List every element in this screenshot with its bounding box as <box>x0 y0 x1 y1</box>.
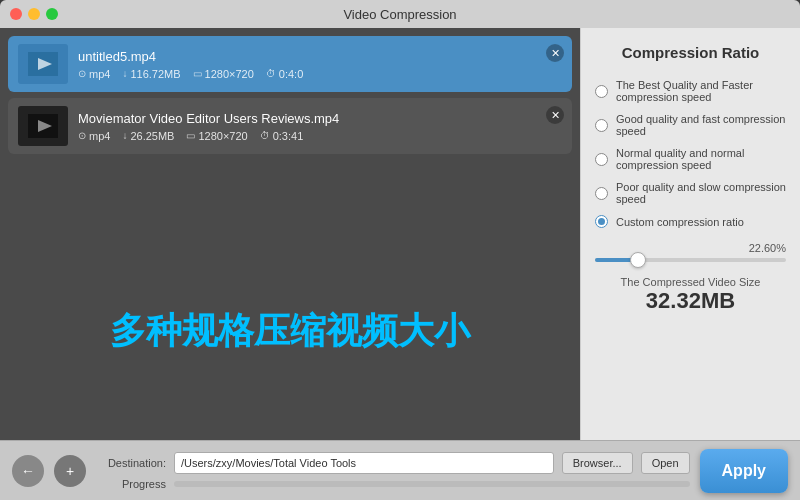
back-button[interactable]: ← <box>12 455 44 487</box>
slider-value-display: 22.60% <box>749 242 786 254</box>
titlebar: Video Compression <box>0 0 800 28</box>
file-format-1: ⊙ mp4 <box>78 68 110 80</box>
size-icon-1: ↓ <box>122 68 127 79</box>
format-icon-2: ⊙ <box>78 130 86 141</box>
file-list: untitled5.mp4 ⊙ mp4 ↓ 116.72MB ▭ 1280×72 <box>0 28 580 162</box>
radio-custom[interactable] <box>595 215 608 228</box>
res-icon-2: ▭ <box>186 130 195 141</box>
file-meta-1: ⊙ mp4 ↓ 116.72MB ▭ 1280×720 ⏱ <box>78 68 562 80</box>
compressed-size-area: The Compressed Video Size 32.32MB <box>595 276 786 314</box>
bottom-bar: ← + Destination: Browser... Open Progres… <box>0 440 800 500</box>
left-panel: untitled5.mp4 ⊙ mp4 ↓ 116.72MB ▭ 1280×72 <box>0 28 580 500</box>
file-size-1: ↓ 116.72MB <box>122 68 180 80</box>
file-thumbnail-1 <box>18 44 68 84</box>
file-duration-1: ⏱ 0:4:0 <box>266 68 303 80</box>
compression-option-poor[interactable]: Poor quality and slow compression speed <box>595 181 786 205</box>
slider-track[interactable] <box>595 258 786 262</box>
size-icon-2: ↓ <box>122 130 127 141</box>
file-item-1[interactable]: untitled5.mp4 ⊙ mp4 ↓ 116.72MB ▭ 1280×72 <box>8 36 572 92</box>
destination-input[interactable] <box>174 452 554 474</box>
res-icon-1: ▭ <box>193 68 202 79</box>
maximize-button[interactable] <box>46 8 58 20</box>
progress-track <box>174 481 690 487</box>
destination-row: Destination: Browser... Open <box>96 452 690 474</box>
compression-option-good[interactable]: Good quality and fast compression speed <box>595 113 786 137</box>
slider-container <box>595 258 786 262</box>
radio-good[interactable] <box>595 119 608 132</box>
compressed-size-value: 32.32MB <box>595 288 786 314</box>
slider-area: 22.60% <box>595 242 786 262</box>
close-button[interactable] <box>10 8 22 20</box>
compression-option-best[interactable]: The Best Quality and Faster compression … <box>595 79 786 103</box>
destination-area: Destination: Browser... Open Progress <box>96 452 690 490</box>
window-title: Video Compression <box>343 7 456 22</box>
browser-button[interactable]: Browser... <box>562 452 633 474</box>
main-content: untitled5.mp4 ⊙ mp4 ↓ 116.72MB ▭ 1280×72 <box>0 28 800 500</box>
format-icon-1: ⊙ <box>78 68 86 79</box>
radio-best[interactable] <box>595 85 608 98</box>
dur-icon-1: ⏱ <box>266 68 276 79</box>
file-resolution-1: ▭ 1280×720 <box>193 68 254 80</box>
compression-option-custom[interactable]: Custom compression ratio <box>595 215 786 228</box>
destination-label: Destination: <box>96 457 166 469</box>
radio-best-label: The Best Quality and Faster compression … <box>616 79 786 103</box>
compression-title: Compression Ratio <box>595 44 786 61</box>
radio-custom-label: Custom compression ratio <box>616 216 744 228</box>
file-item-2[interactable]: Moviemator Video Editor Users Reviews.mp… <box>8 98 572 154</box>
file-size-2: ↓ 26.25MB <box>122 130 174 142</box>
progress-row: Progress <box>96 478 690 490</box>
file-resolution-2: ▭ 1280×720 <box>186 130 247 142</box>
compression-option-normal[interactable]: Normal quality and normal compression sp… <box>595 147 786 171</box>
file-name-1: untitled5.mp4 <box>78 49 562 64</box>
file-meta-2: ⊙ mp4 ↓ 26.25MB ▭ 1280×720 ⏱ <box>78 130 562 142</box>
dur-icon-2: ⏱ <box>260 130 270 141</box>
radio-normal[interactable] <box>595 153 608 166</box>
radio-poor[interactable] <box>595 187 608 200</box>
radio-poor-label: Poor quality and slow compression speed <box>616 181 786 205</box>
add-button[interactable]: + <box>54 455 86 487</box>
compression-options: The Best Quality and Faster compression … <box>595 79 786 228</box>
minimize-button[interactable] <box>28 8 40 20</box>
compressed-size-label: The Compressed Video Size <box>595 276 786 288</box>
preview-text: 多种规格压缩视频大小 <box>110 307 470 356</box>
right-panel: Compression Ratio The Best Quality and F… <box>580 28 800 500</box>
remove-file-2-button[interactable]: ✕ <box>546 106 564 124</box>
open-button[interactable]: Open <box>641 452 690 474</box>
file-duration-2: ⏱ 0:3:41 <box>260 130 304 142</box>
file-info-1: untitled5.mp4 ⊙ mp4 ↓ 116.72MB ▭ 1280×72 <box>78 49 562 80</box>
apply-button[interactable]: Apply <box>700 449 788 493</box>
radio-normal-label: Normal quality and normal compression sp… <box>616 147 786 171</box>
file-info-2: Moviemator Video Editor Users Reviews.mp… <box>78 111 562 142</box>
file-thumbnail-2 <box>18 106 68 146</box>
file-name-2: Moviemator Video Editor Users Reviews.mp… <box>78 111 562 126</box>
traffic-lights <box>10 8 58 20</box>
file-format-2: ⊙ mp4 <box>78 130 110 142</box>
radio-good-label: Good quality and fast compression speed <box>616 113 786 137</box>
slider-thumb[interactable] <box>630 252 646 268</box>
progress-label: Progress <box>96 478 166 490</box>
remove-file-1-button[interactable]: ✕ <box>546 44 564 62</box>
